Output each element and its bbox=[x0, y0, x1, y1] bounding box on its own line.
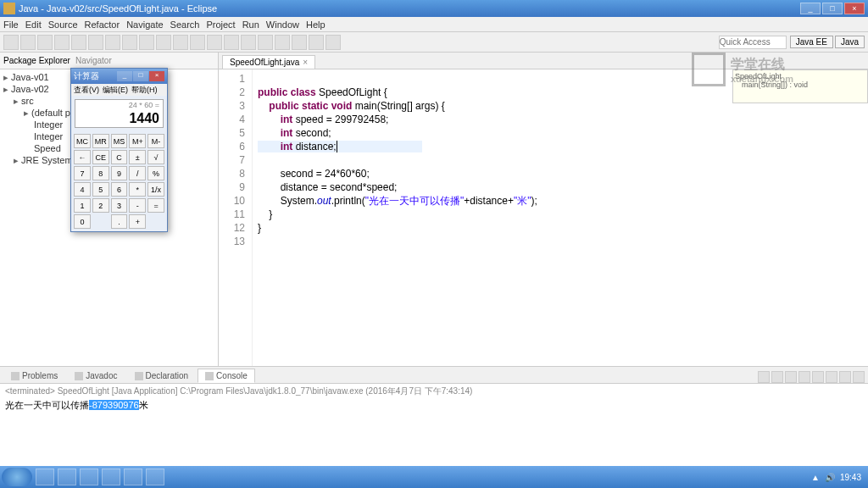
calc-close[interactable]: × bbox=[149, 71, 164, 81]
toolbar-button[interactable] bbox=[258, 35, 273, 50]
calc-key[interactable]: * bbox=[129, 182, 146, 197]
menu-window[interactable]: Window bbox=[266, 19, 299, 30]
calc-key[interactable]: / bbox=[129, 166, 146, 180]
view-tab-navigator[interactable]: Navigator bbox=[75, 56, 112, 65]
console-btn[interactable] bbox=[853, 371, 865, 383]
calc-key[interactable]: 2 bbox=[92, 198, 109, 213]
calc-key[interactable]: + bbox=[129, 214, 146, 229]
menu-run[interactable]: Run bbox=[242, 19, 259, 30]
tray-icon[interactable]: 🔊 bbox=[825, 473, 835, 482]
calc-key[interactable]: - bbox=[129, 198, 146, 213]
calc-key[interactable]: 6 bbox=[111, 182, 128, 197]
view-tab-package-explorer[interactable]: Package Explorer bbox=[3, 56, 70, 65]
quick-access-input[interactable] bbox=[719, 36, 787, 49]
close-tab-icon[interactable]: × bbox=[303, 58, 308, 67]
console-btn[interactable] bbox=[758, 371, 770, 383]
calc-key[interactable]: 0 bbox=[74, 214, 91, 229]
toolbar-button[interactable] bbox=[207, 35, 222, 50]
console-btn[interactable] bbox=[798, 371, 810, 383]
calc-key[interactable]: MR bbox=[92, 134, 109, 148]
toolbar-button[interactable] bbox=[37, 35, 53, 50]
perspective-java[interactable]: Java bbox=[835, 36, 865, 48]
calc-key[interactable]: MS bbox=[111, 134, 128, 148]
toolbar-button[interactable] bbox=[309, 35, 324, 50]
toolbar-button[interactable] bbox=[292, 35, 307, 50]
console-btn[interactable] bbox=[785, 371, 797, 383]
calc-key[interactable]: 3 bbox=[111, 198, 128, 213]
outline-popup[interactable]: SpeedOfLight main(String[]) : void bbox=[732, 69, 868, 103]
minimize-button[interactable]: _ bbox=[800, 3, 821, 14]
console-btn[interactable] bbox=[826, 371, 837, 383]
editor-tab[interactable]: SpeedOfLight.java × bbox=[222, 55, 315, 69]
menu-refactor[interactable]: Refactor bbox=[85, 19, 120, 30]
calc-key[interactable]: 4 bbox=[74, 182, 91, 197]
calc-key[interactable]: ← bbox=[74, 150, 91, 164]
taskbar-item[interactable] bbox=[58, 469, 76, 485]
clock[interactable]: 19:43 bbox=[840, 473, 861, 482]
calc-maximize[interactable]: □ bbox=[133, 71, 148, 81]
calculator-window[interactable]: 计算器 _ □ × 查看(V) 编辑(E) 帮助(H) 24 * 60 = 14… bbox=[70, 68, 168, 232]
calc-menu-edit[interactable]: 编辑(E) bbox=[103, 85, 128, 96]
toolbar-button[interactable] bbox=[54, 35, 70, 50]
menu-project[interactable]: Project bbox=[206, 19, 235, 30]
calc-key[interactable]: 1/x bbox=[147, 182, 164, 197]
windows-taskbar[interactable]: ▲ 🔊 19:43 bbox=[0, 466, 868, 488]
tab-problems[interactable]: Problems bbox=[3, 369, 65, 383]
toolbar-button[interactable] bbox=[20, 35, 36, 50]
calc-key[interactable]: M- bbox=[147, 134, 164, 148]
console-output[interactable]: 光在一天中可以传播-879390976米 bbox=[0, 399, 868, 412]
calc-key[interactable]: % bbox=[147, 166, 164, 180]
toolbar-button[interactable] bbox=[122, 35, 137, 50]
toolbar-button[interactable] bbox=[190, 35, 205, 50]
outline-class[interactable]: SpeedOfLight bbox=[735, 72, 865, 80]
tab-javadoc[interactable]: Javadoc bbox=[67, 369, 125, 383]
console-btn[interactable] bbox=[839, 371, 851, 383]
console-btn[interactable] bbox=[771, 371, 783, 383]
calc-key[interactable]: . bbox=[111, 214, 128, 229]
menu-navigate[interactable]: Navigate bbox=[126, 19, 163, 30]
tab-declaration[interactable]: Declaration bbox=[127, 369, 197, 383]
toolbar-button[interactable] bbox=[88, 35, 103, 50]
taskbar-item[interactable] bbox=[80, 469, 98, 485]
calc-key[interactable]: √ bbox=[147, 150, 164, 164]
toolbar-button[interactable] bbox=[139, 35, 154, 50]
perspective-javaee[interactable]: Java EE bbox=[790, 36, 833, 48]
menu-help[interactable]: Help bbox=[306, 19, 326, 30]
close-button[interactable]: × bbox=[844, 3, 865, 14]
toolbar-button[interactable] bbox=[156, 35, 171, 50]
calc-key[interactable]: = bbox=[147, 198, 164, 213]
calc-menu-view[interactable]: 查看(V) bbox=[74, 85, 99, 96]
calc-key[interactable]: CE bbox=[92, 150, 109, 164]
toolbar-button[interactable] bbox=[3, 35, 19, 50]
taskbar-item[interactable] bbox=[124, 469, 142, 485]
maximize-button[interactable]: □ bbox=[822, 3, 843, 14]
calc-menu-help[interactable]: 帮助(H) bbox=[131, 85, 158, 96]
calc-minimize[interactable]: _ bbox=[117, 71, 132, 81]
tab-console[interactable]: Console bbox=[198, 369, 255, 383]
menu-search[interactable]: Search bbox=[170, 19, 200, 30]
calc-key[interactable]: 9 bbox=[111, 166, 128, 180]
calc-key[interactable]: M+ bbox=[129, 134, 146, 148]
console-btn[interactable] bbox=[812, 371, 824, 383]
toolbar-button[interactable] bbox=[224, 35, 239, 50]
menu-source[interactable]: Source bbox=[48, 19, 78, 30]
calc-key[interactable]: C bbox=[111, 150, 128, 164]
calc-key[interactable]: 5 bbox=[92, 182, 109, 197]
start-button[interactable] bbox=[2, 468, 32, 486]
tray-icon[interactable]: ▲ bbox=[811, 473, 820, 482]
menu-file[interactable]: File bbox=[3, 19, 19, 30]
calc-key[interactable]: 7 bbox=[74, 166, 91, 180]
toolbar-button[interactable] bbox=[173, 35, 188, 50]
calc-key[interactable]: ± bbox=[129, 150, 146, 164]
code-editor[interactable]: 12345678910111213 public class SpeedOfLi… bbox=[219, 69, 868, 366]
code-content[interactable]: public class SpeedOfLight { public stati… bbox=[253, 69, 542, 366]
outline-method[interactable]: main(String[]) : void bbox=[735, 80, 865, 89]
taskbar-item[interactable] bbox=[102, 469, 120, 485]
toolbar-button[interactable] bbox=[105, 35, 120, 50]
taskbar-item[interactable] bbox=[146, 469, 164, 485]
toolbar-button[interactable] bbox=[241, 35, 256, 50]
menu-edit[interactable]: Edit bbox=[25, 19, 42, 30]
calc-key[interactable]: 1 bbox=[74, 198, 91, 213]
toolbar-button[interactable] bbox=[275, 35, 290, 50]
calc-key[interactable]: MC bbox=[74, 134, 91, 148]
